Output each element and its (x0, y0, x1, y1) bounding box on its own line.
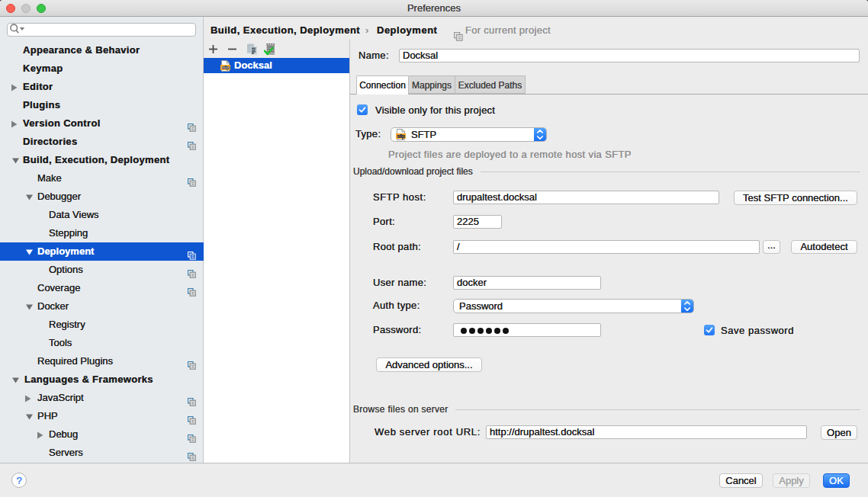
svg-text:sftp: sftp (222, 65, 230, 71)
svg-text:sftp: sftp (397, 133, 405, 139)
